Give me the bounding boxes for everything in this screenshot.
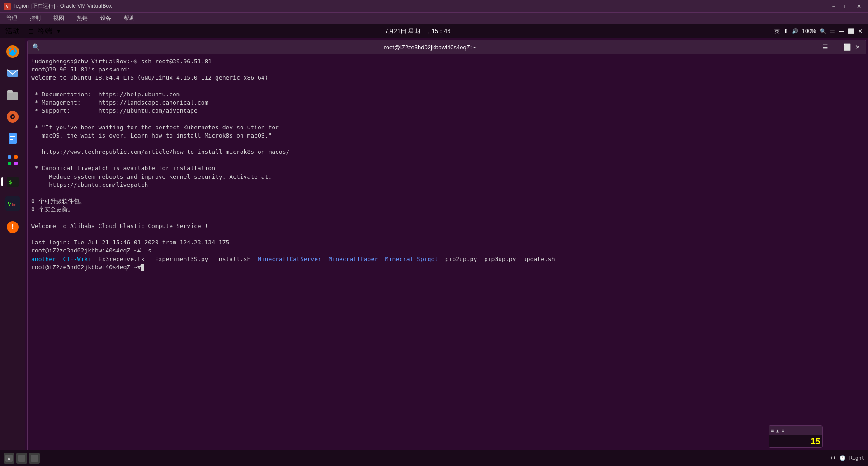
terminal-menu-btn[interactable]: ☰: [821, 43, 830, 52]
dock-firefox[interactable]: [3, 42, 23, 62]
menu-control[interactable]: 控制: [27, 14, 43, 23]
term-line-3: Welcome to Ubuntu 18.04.4 LTS (GNU/Linux…: [31, 74, 862, 82]
minimize-button[interactable]: −: [828, 2, 839, 11]
terminal-minimize-btn[interactable]: —: [831, 43, 840, 52]
terminal-window-titlebar: 🔍 root@iZ2ze3hd02jkbbwi40s4eqZ: ~ ☰ — ⬜ …: [28, 40, 866, 54]
term-mgmt: * Management: https://landscape.canonica…: [31, 99, 862, 107]
terminal-search-button[interactable]: 🔍: [31, 43, 40, 52]
dock-vim[interactable]: V im: [3, 194, 23, 214]
svg-text:V: V: [7, 201, 12, 208]
mini-terminal-controls[interactable]: ≡ ▲ ✕: [771, 428, 784, 433]
taskbar-left: A: [4, 453, 40, 464]
ls-pip2up: pip2up.py: [445, 256, 477, 262]
dock-email[interactable]: [3, 63, 23, 83]
volume-icon[interactable]: 🔊: [792, 28, 798, 34]
term-ls-cmd: root@iZ2ze3hd02jkbbwi40s4eqZ:~# ls: [31, 247, 862, 255]
svg-rect-16: [8, 162, 11, 165]
window-controls: − □ ✕: [828, 2, 864, 11]
ls-pip3up: pip3up.py: [484, 256, 516, 262]
menu-help[interactable]: 帮助: [121, 14, 137, 23]
dock-files[interactable]: [3, 85, 23, 105]
close-button[interactable]: ✕: [854, 2, 864, 11]
term-alibaba: Welcome to Alibaba Cloud Elastic Compute…: [31, 222, 862, 230]
svg-rect-6: [7, 90, 13, 93]
maximize-button[interactable]: □: [841, 2, 852, 11]
svg-rect-27: [18, 455, 25, 462]
dock-updates[interactable]: !: [3, 217, 23, 237]
taskbar-icon-2[interactable]: [16, 453, 27, 464]
term-doc: * Documentation: https://help.ubuntu.com: [31, 90, 862, 99]
term-blank-6: [31, 214, 862, 222]
topbar-left: 活动 □ 终端 ▾: [5, 27, 61, 36]
topbar-datetime: 7月21日 星期二，15：46: [385, 27, 450, 35]
mini-terminal-popup: ≡ ▲ ✕ 15: [769, 425, 823, 448]
terminal-maximize-btn[interactable]: ⬜: [842, 43, 851, 52]
taskbar-icon-3[interactable]: [29, 453, 40, 464]
term-livepatch-2: - Reduce system reboots and improve kern…: [31, 173, 862, 181]
menu-hotkey[interactable]: 热键: [74, 14, 90, 23]
mini-terminal-bar: ≡ ▲ ✕: [769, 426, 822, 435]
term-k8s-1: * "If you've been waiting for the perfec…: [31, 124, 862, 132]
term-line-1: ludonghengsb@chw-VirtualBox:~$ ssh root@…: [31, 57, 862, 66]
search-icon[interactable]: 🔍: [820, 28, 826, 34]
taskbar-network-icon: ⬆⬇: [830, 455, 836, 461]
term-k8s-2: macOS, the wait is over. Learn how to in…: [31, 132, 862, 140]
svg-rect-17: [14, 162, 18, 165]
terminal-titlebar-left: 🔍: [31, 43, 40, 52]
svg-rect-5: [7, 92, 18, 100]
dock-music[interactable]: [3, 107, 23, 127]
term-blank-4: [31, 156, 862, 164]
dock-docs[interactable]: [3, 128, 23, 148]
term-ls-output: another CTF-Wiki Ex3receive.txt Experime…: [31, 255, 862, 263]
terminal-body[interactable]: ludonghengsb@chw-VirtualBox:~$ ssh root@…: [28, 54, 866, 464]
mini-terminal-content: 15: [769, 435, 822, 447]
window-title: legion [正在运行] - Oracle VM VirtualBox: [14, 2, 112, 10]
svg-point-9: [12, 116, 14, 118]
taskbar: A ⬆⬇ 🕐 Right: [0, 450, 868, 466]
term-upgrades: 0 个可升级软件包。: [31, 197, 862, 205]
menu-devices[interactable]: 设备: [98, 14, 114, 23]
term-prompt: root@iZ2ze3hd02jkbbwi40s4eqZ:~#: [31, 263, 862, 271]
minimize-all-button[interactable]: —: [839, 28, 844, 34]
svg-text:V: V: [6, 5, 9, 9]
titlebar: V legion [正在运行] - Oracle VM VirtualBox −…: [0, 0, 868, 13]
svg-text:!: !: [10, 223, 15, 231]
gnome-topbar: 活动 □ 终端 ▾ 7月21日 星期二，15：46 英 ⬆ 🔊 100% 🔍 ☰…: [0, 24, 868, 38]
menu-manage[interactable]: 管理: [4, 14, 20, 23]
terminal-menu-button[interactable]: □ 终端 ▾: [29, 27, 61, 36]
activities-button[interactable]: 活动: [5, 27, 20, 36]
term-livepatch-1: * Canonical Livepatch is available for i…: [31, 164, 862, 172]
taskbar-right: ⬆⬇ 🕐 Right: [830, 455, 864, 461]
term-blank-1: [31, 82, 862, 90]
menu-view[interactable]: 视图: [51, 14, 67, 23]
resize-button[interactable]: ⬜: [848, 28, 854, 34]
term-line-2: root@39.96.51.81's password:: [31, 66, 862, 74]
dock: $_ V im !: [0, 38, 25, 466]
dock-apps[interactable]: [3, 150, 23, 170]
main-layout: $_ V im ! 🔍 root@iZ2ze: [0, 38, 868, 466]
term-blank-3: [31, 140, 862, 148]
svg-rect-28: [31, 455, 38, 462]
lang-indicator[interactable]: 英: [774, 28, 780, 35]
topbar-right: 英 ⬆ 🔊 100% 🔍 ☰ — ⬜ ✕: [774, 28, 863, 35]
term-security: 0 个安全更新。: [31, 205, 862, 214]
term-blank-2: [31, 115, 862, 123]
ls-mcpaper: MinecraftPaper: [329, 256, 378, 262]
ls-mcspigot: MinecraftSpigot: [385, 256, 438, 262]
network-icon: ⬆: [783, 28, 788, 34]
battery-indicator: 100%: [802, 28, 816, 34]
ls-update: update.sh: [523, 256, 555, 262]
term-support: * Support: https://ubuntu.com/advantage: [31, 107, 862, 115]
titlebar-left: V legion [正在运行] - Oracle VM VirtualBox: [4, 2, 112, 10]
svg-text:A: A: [8, 456, 10, 461]
ls-another: another: [31, 256, 56, 262]
terminal-title: root@iZ2ze3hd02jkbbwi40s4eqZ: ~: [40, 44, 821, 51]
terminal-close-btn[interactable]: ✕: [853, 43, 862, 52]
ls-mccat: MinecraftCatServer: [258, 256, 321, 262]
term-blank-5: [31, 189, 862, 197]
taskbar-icon-1[interactable]: A: [4, 453, 14, 464]
menu-icon[interactable]: ☰: [830, 28, 835, 34]
close-all-button[interactable]: ✕: [858, 28, 863, 34]
dock-terminal[interactable]: $_: [3, 172, 23, 192]
svg-text:$_: $_: [9, 179, 15, 185]
